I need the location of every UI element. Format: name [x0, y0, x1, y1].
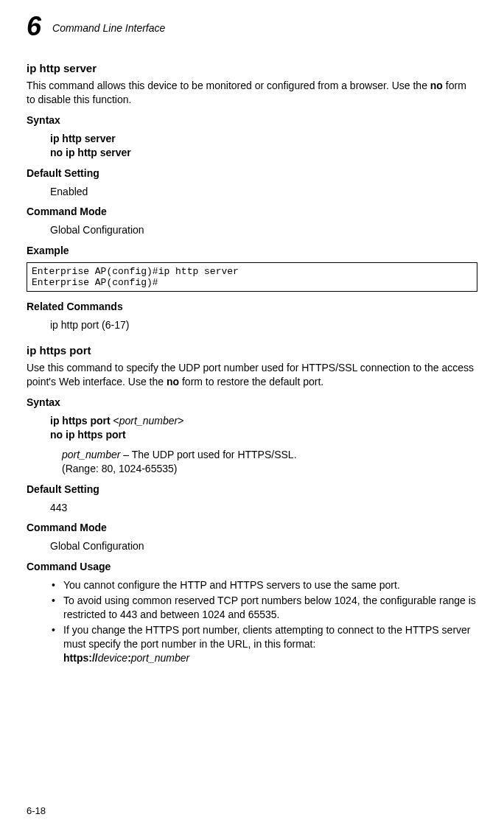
angle-bracket: >: [178, 415, 183, 427]
syntax-line: no ip http server: [50, 146, 477, 160]
url-scheme: https://: [63, 652, 98, 664]
command-mode-value: Global Configuration: [50, 539, 477, 553]
command-description: This command allows this device to be mo…: [27, 79, 477, 107]
command-mode-value: Global Configuration: [50, 223, 477, 237]
param-range: (Range: 80, 1024-65535): [62, 462, 477, 476]
syntax-line: ip http server: [50, 132, 477, 146]
param-description: port_number – The UDP port used for HTTP…: [62, 448, 477, 462]
page-number: 6-18: [27, 805, 46, 816]
syntax-line: ip https port <port_number>: [50, 414, 477, 428]
syntax-label: Syntax: [27, 114, 477, 126]
syntax-label: Syntax: [27, 396, 477, 408]
desc-bold: no: [430, 80, 443, 91]
default-setting-label: Default Setting: [27, 167, 477, 179]
default-setting-value: Enabled: [50, 185, 477, 199]
page-header: 6 Command Line Interface: [27, 15, 477, 41]
related-commands-value: ip http port (6-17): [50, 318, 477, 332]
angle-bracket: <: [113, 415, 119, 427]
desc-bold: no: [167, 376, 179, 388]
command-heading-ip-https-port: ip https port: [27, 344, 477, 357]
command-mode-label: Command Mode: [27, 206, 477, 217]
bullet-text: If you change the HTTPS port number, cli…: [63, 624, 471, 650]
desc-text: form to restore the default port.: [179, 376, 323, 388]
command-heading-ip-http-server: ip http server: [27, 62, 477, 74]
usage-bullet-list: You cannot configure the HTTP and HTTPS …: [50, 578, 477, 665]
default-setting-value: 443: [50, 501, 477, 515]
syntax-param: port_number: [119, 415, 178, 427]
related-commands-label: Related Commands: [27, 301, 477, 312]
example-label: Example: [27, 245, 477, 256]
param-desc-text: – The UDP port used for HTTPS/SSL.: [120, 449, 296, 460]
url-port: port_number: [131, 652, 189, 664]
param-name: port_number: [62, 449, 120, 460]
list-item: If you change the HTTPS port number, cli…: [50, 623, 477, 665]
list-item: To avoid using common reserved TCP port …: [50, 594, 477, 622]
desc-text: This command allows this device to be mo…: [27, 80, 430, 91]
syntax-bold: ip https port: [50, 415, 113, 427]
default-setting-label: Default Setting: [27, 483, 477, 495]
list-item: You cannot configure the HTTP and HTTPS …: [50, 578, 477, 592]
command-usage-label: Command Usage: [27, 561, 477, 572]
syntax-line: no ip https port: [50, 428, 477, 442]
chapter-number: 6: [27, 13, 41, 40]
example-code-block: Enterprise AP(config)#ip http server Ent…: [27, 262, 477, 292]
command-description: Use this command to specify the UDP port…: [27, 361, 477, 389]
header-title: Command Line Interface: [52, 22, 165, 34]
command-mode-label: Command Mode: [27, 522, 477, 533]
url-device: device: [98, 652, 127, 664]
